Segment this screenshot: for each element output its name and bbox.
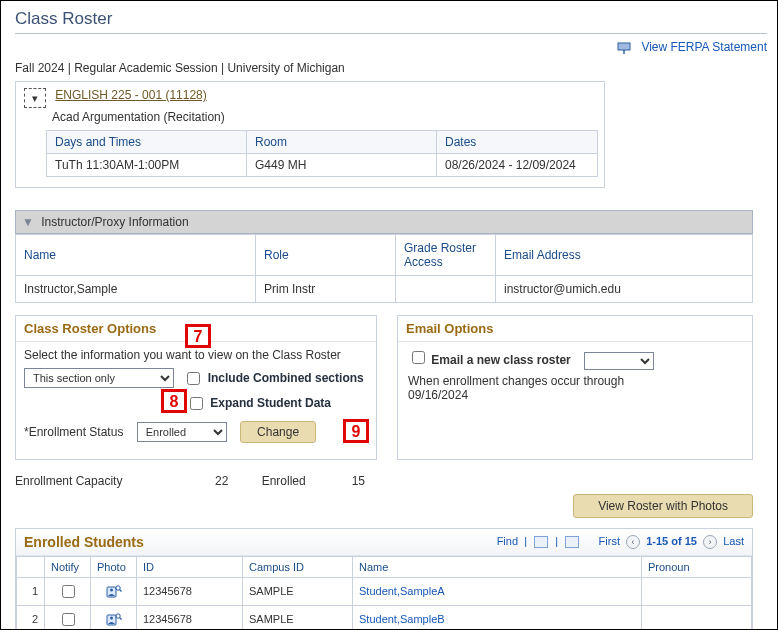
change-button[interactable]: Change: [240, 421, 316, 443]
col-campus: Campus ID: [243, 556, 353, 577]
svg-point-7: [110, 617, 113, 620]
cell-instr-role: Prim Instr: [256, 275, 396, 302]
collapse-toggle-icon[interactable]: ▾: [24, 88, 46, 108]
col-dates: Dates: [437, 130, 598, 153]
col-name: Name: [16, 234, 256, 275]
student-link[interactable]: Student,SampleB: [359, 613, 445, 625]
email-roster-checkbox[interactable]: [412, 351, 425, 364]
enrolled-title: Enrolled Students: [24, 534, 144, 550]
row-num: 1: [17, 577, 45, 605]
last-label: Last: [723, 535, 744, 547]
email-roster-label: Email a new class roster: [431, 353, 570, 367]
enrolled-students-panel: Enrolled Students Find | | First ‹ 1-15 …: [15, 528, 753, 630]
expand-student-checkbox[interactable]: [190, 397, 203, 410]
col-room: Room: [247, 130, 437, 153]
cell-instr-email: instructor@umich.edu: [496, 275, 753, 302]
email-line2: 09/16/2024: [408, 388, 742, 402]
svg-point-3: [110, 589, 113, 592]
col-access: Grade Roster Access: [396, 234, 496, 275]
prev-page-button[interactable]: ‹: [626, 535, 640, 549]
expand-student-label: Expand Student Data: [210, 396, 331, 410]
notify-checkbox[interactable]: [62, 585, 75, 598]
col-email: Email Address: [496, 234, 753, 275]
callout-8: 8: [161, 389, 187, 413]
instructor-section-header: ▼ Instructor/Proxy Information: [15, 210, 753, 234]
cell-dates: 08/26/2024 - 12/09/2024: [437, 153, 598, 176]
photo-icon[interactable]: [106, 584, 122, 598]
col-role: Role: [256, 234, 396, 275]
include-combined-label: Include Combined sections: [208, 371, 364, 385]
title-rule: [15, 33, 767, 34]
class-schedule-table: Days and Times Room Dates TuTh 11:30AM-1…: [46, 130, 598, 177]
cell-instr-access: [396, 275, 496, 302]
cell-days: TuTh 11:30AM-1:00PM: [47, 153, 247, 176]
col-pronoun: Pronoun: [642, 556, 752, 577]
student-link[interactable]: Student,SampleA: [359, 585, 445, 597]
email-frequency-select[interactable]: [584, 352, 654, 370]
table-row: 112345678SAMPLEStudent,SampleA: [17, 577, 752, 605]
roster-options-blurb: Select the information you want to view …: [24, 348, 368, 362]
session-line: Fall 2024 | Regular Academic Session | U…: [15, 61, 767, 75]
cell-pronoun: [642, 605, 752, 630]
instructor-table: Name Role Grade Roster Access Email Addr…: [15, 234, 753, 303]
cell-id: 12345678: [137, 605, 243, 630]
cell-campus: SAMPLE: [243, 577, 353, 605]
enroll-status-select[interactable]: Enrolled: [137, 422, 227, 442]
col-notify: Notify: [45, 556, 91, 577]
callout-7: 7: [185, 324, 211, 348]
page-title: Class Roster: [15, 9, 767, 29]
col-id: ID: [137, 556, 243, 577]
email-options-panel: Email Options Email a new class roster W…: [397, 315, 753, 460]
enroll-status-label: *Enrollment Status: [24, 425, 123, 439]
grid-icon[interactable]: [534, 536, 548, 548]
view-photos-button[interactable]: View Roster with Photos: [573, 494, 753, 518]
next-page-button[interactable]: ›: [703, 535, 717, 549]
email-options-title: Email Options: [398, 316, 752, 342]
notify-checkbox[interactable]: [62, 613, 75, 626]
section-select[interactable]: This section only: [24, 368, 174, 388]
find-link[interactable]: Find: [497, 535, 518, 547]
export-icon[interactable]: [565, 536, 579, 548]
cell-instr-name: Instructor,Sample: [16, 275, 256, 302]
include-combined-checkbox[interactable]: [187, 372, 200, 385]
table-row: 212345678SAMPLEStudent,SampleB: [17, 605, 752, 630]
callout-9: 9: [343, 419, 369, 443]
class-desc: Acad Argumentation (Recitation): [52, 110, 596, 124]
col-student-name: Name: [353, 556, 642, 577]
chevron-down-icon[interactable]: ▼: [22, 215, 34, 229]
first-label: First: [599, 535, 620, 547]
svg-line-9: [119, 618, 121, 620]
cell-pronoun: [642, 577, 752, 605]
svg-rect-0: [618, 43, 630, 50]
roster-table: Notify Photo ID Campus ID Name Pronoun 1…: [16, 556, 752, 630]
class-card: ▾ ENGLISH 225 - 001 (11128) Acad Argumen…: [15, 81, 605, 188]
email-line1: When enrollment changes occur through: [408, 374, 742, 388]
svg-line-5: [119, 590, 121, 592]
capacity-row: Enrollment Capacity 22 Enrolled 15: [15, 474, 767, 488]
col-photo: Photo: [91, 556, 137, 577]
pushpin-icon: [616, 41, 632, 55]
cell-campus: SAMPLE: [243, 605, 353, 630]
col-days: Days and Times: [47, 130, 247, 153]
class-link[interactable]: ENGLISH 225 - 001 (11128): [55, 88, 206, 102]
ferpa-link[interactable]: View FERPA Statement: [641, 40, 767, 54]
range-label: 1-15 of 15: [646, 535, 697, 547]
cell-id: 12345678: [137, 577, 243, 605]
cell-room: G449 MH: [247, 153, 437, 176]
row-num: 2: [17, 605, 45, 630]
photo-icon[interactable]: [106, 612, 122, 626]
